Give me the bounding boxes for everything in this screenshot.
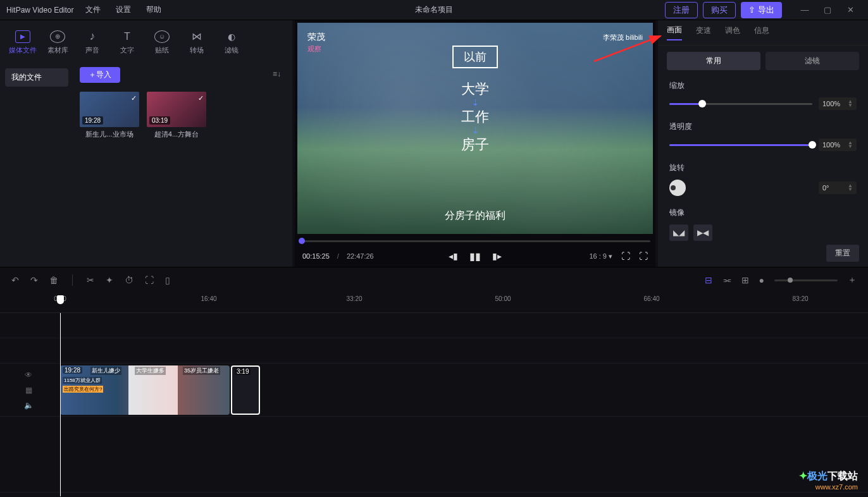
track-row-empty[interactable] (0, 338, 868, 364)
tool-tabs: ▶媒体文件 ⊕素材库 ♪声音 T文字 ☺贴纸 ⋈转场 ◐滤镜 (0, 20, 292, 62)
timeline-clip[interactable]: 19:28 新生儿嫌少 大学生嫌多 35岁员工嫌老 1158万就业人群 出路究竟… (60, 365, 230, 415)
watermark: ✦极光下载站 www.xz7.com (799, 470, 858, 491)
tab-text[interactable]: T文字 (113, 30, 141, 55)
undo-icon[interactable]: ↶ (11, 275, 19, 285)
zoom-out-icon[interactable]: ● (759, 275, 764, 285)
reset-button[interactable]: 重置 (826, 245, 859, 262)
subtab-filter[interactable]: 滤镜 (766, 52, 859, 70)
crop-icon[interactable]: ⛶ (621, 251, 630, 261)
close-icon[interactable]: ✕ (839, 5, 862, 15)
zoom-slider[interactable] (774, 279, 838, 281)
track-row-empty[interactable] (0, 417, 868, 493)
overlay-brand: 荣茂观察 (307, 32, 325, 54)
tab-sticker[interactable]: ☺贴纸 (148, 30, 176, 55)
split-icon[interactable]: ✦ (106, 275, 113, 285)
subtab-common[interactable]: 常用 (667, 52, 760, 70)
buy-button[interactable]: 购买 (703, 2, 736, 18)
app-logo: HitPaw Video Editor (6, 6, 74, 15)
tab-library[interactable]: ⊕素材库 (44, 30, 71, 55)
tab-audio[interactable]: ♪声音 (78, 30, 106, 55)
timeline-clip-selected[interactable]: 3:19 (231, 365, 260, 415)
scale-label: 缩放 (669, 80, 857, 91)
timeline-toolbar: ↶ ↷ 🗑 ✂ ✦ ⏱ ⛶ ▯ ⊟ ⫘ ⊞ ● ＋ (0, 267, 868, 293)
tab-info[interactable]: 信息 (754, 25, 769, 40)
preview-scrubber[interactable] (295, 236, 655, 245)
scale-slider[interactable] (669, 103, 812, 105)
video-track[interactable]: 👁 ▦ 🔈 19:28 新生儿嫌少 大学生嫌多 35岁员工嫌老 1158万就业人… (0, 364, 868, 417)
mirror-horizontal-icon[interactable]: ◣◢ (669, 224, 688, 241)
time-current: 00:15:25 (302, 252, 330, 260)
crop-tool-icon[interactable]: ⛶ (145, 275, 154, 285)
scale-input[interactable]: 100%▲▼ (819, 97, 857, 110)
preview-video[interactable]: 荣茂观察 李荣茂 bilibili 以前 大学⇣ 工作⇣ 房子 分房子的福利 (297, 23, 653, 234)
register-button[interactable]: 注册 (665, 2, 698, 18)
media-content: ＋导入 ≡↓ ✓19:28 新生儿...业市场 ✓03:19 超清4...方舞台 (73, 62, 292, 267)
mirror-vertical-icon[interactable]: ▶◀ (693, 224, 712, 241)
rotate-input[interactable]: 0°▲▼ (819, 181, 857, 194)
aspect-ratio[interactable]: 16 : 9 ▾ (589, 252, 612, 261)
import-button[interactable]: ＋导入 (80, 67, 120, 83)
next-frame-icon[interactable]: ▮▸ (492, 251, 502, 261)
tab-transition[interactable]: ⋈转场 (183, 30, 211, 55)
mute-icon[interactable]: 🔈 (24, 401, 34, 410)
menu-settings[interactable]: 设置 (116, 4, 131, 15)
titlebar: HitPaw Video Editor 文件 设置 帮助 未命名项目 注册 购买… (0, 0, 868, 20)
clip-duration: 19:28 (63, 367, 82, 374)
prev-frame-icon[interactable]: ◂▮ (449, 251, 458, 261)
tab-speed[interactable]: 变速 (696, 25, 711, 40)
sort-icon[interactable]: ≡↓ (273, 70, 281, 78)
media-panel: ▶媒体文件 ⊕素材库 ♪声音 T文字 ☺贴纸 ⋈转场 ◐滤镜 我的文件 ＋导入 … (0, 20, 292, 267)
fullscreen-icon[interactable]: ⛶ (639, 251, 648, 261)
check-icon: ✓ (131, 94, 137, 102)
tab-filter[interactable]: ◐滤镜 (218, 30, 245, 55)
layout-icon[interactable]: ⊞ (741, 275, 749, 285)
visibility-icon[interactable]: 👁 (25, 371, 32, 379)
tab-media[interactable]: ▶媒体文件 (9, 30, 37, 55)
library-icon: ⊕ (50, 30, 65, 43)
clip-duration: 3:19 (235, 368, 251, 375)
minimize-icon[interactable]: — (793, 5, 816, 15)
menu-help[interactable]: 帮助 (146, 4, 161, 15)
filter-icon: ◐ (224, 30, 239, 43)
media-thumb[interactable]: ✓03:19 超清4...方舞台 (147, 92, 206, 139)
project-title: 未命名项目 (415, 4, 453, 15)
overlay-stack: 大学⇣ 工作⇣ 房子 (461, 80, 489, 154)
mirror-label: 镜像 (669, 207, 857, 218)
tab-color[interactable]: 调色 (725, 25, 740, 40)
opacity-input[interactable]: 100%▲▼ (819, 138, 857, 151)
thumb-duration: 03:19 (149, 116, 170, 125)
delete-icon[interactable]: 🗑 (49, 275, 58, 285)
tab-picture[interactable]: 画面 (667, 25, 682, 40)
speed-icon[interactable]: ⏱ (125, 275, 133, 285)
maximize-icon[interactable]: ▢ (816, 5, 839, 15)
time-total: 22:47:26 (347, 252, 374, 260)
opacity-slider[interactable] (669, 144, 812, 146)
overlay-credit: 李荣茂 bilibili (603, 33, 643, 42)
export-label: 导出 (758, 4, 774, 16)
zoom-in-icon[interactable]: ＋ (848, 274, 857, 286)
thumb-duration: 19:28 (82, 116, 103, 125)
link-icon[interactable]: ⫘ (722, 275, 731, 285)
media-thumb[interactable]: ✓19:28 新生儿...业市场 (80, 92, 139, 139)
rotate-dial[interactable] (669, 180, 686, 196)
snap-icon[interactable]: ⊟ (705, 275, 712, 285)
rotate-label: 旋转 (669, 163, 857, 173)
thumb-name: 超清4...方舞台 (147, 130, 206, 139)
text-icon: T (120, 30, 135, 43)
menu-file[interactable]: 文件 (85, 4, 101, 15)
media-sidebar: 我的文件 (0, 62, 73, 267)
sidebar-my-files[interactable]: 我的文件 (5, 68, 68, 87)
pause-icon[interactable]: ▮▮ (469, 250, 481, 262)
thumb-name: 新生儿...业市场 (80, 130, 139, 139)
timeline-area: ↶ ↷ 🗑 ✂ ✦ ⏱ ⛶ ▯ ⊟ ⫘ ⊞ ● ＋ 0:00 16:40 33:… (0, 267, 868, 497)
export-button[interactable]: ⇧ 导出 (741, 2, 782, 18)
lock-icon[interactable]: ▦ (25, 386, 32, 395)
marker-icon[interactable]: ▯ (165, 275, 170, 285)
transition-icon: ⋈ (189, 30, 204, 43)
cut-icon[interactable]: ✂ (87, 275, 94, 285)
playhead[interactable] (60, 313, 61, 496)
timeline-ruler[interactable]: 0:00 16:40 33:20 50:00 66:40 83:20 (0, 293, 868, 313)
track-row-empty[interactable] (0, 313, 868, 338)
redo-icon[interactable]: ↷ (30, 275, 38, 285)
media-icon: ▶ (15, 30, 30, 43)
